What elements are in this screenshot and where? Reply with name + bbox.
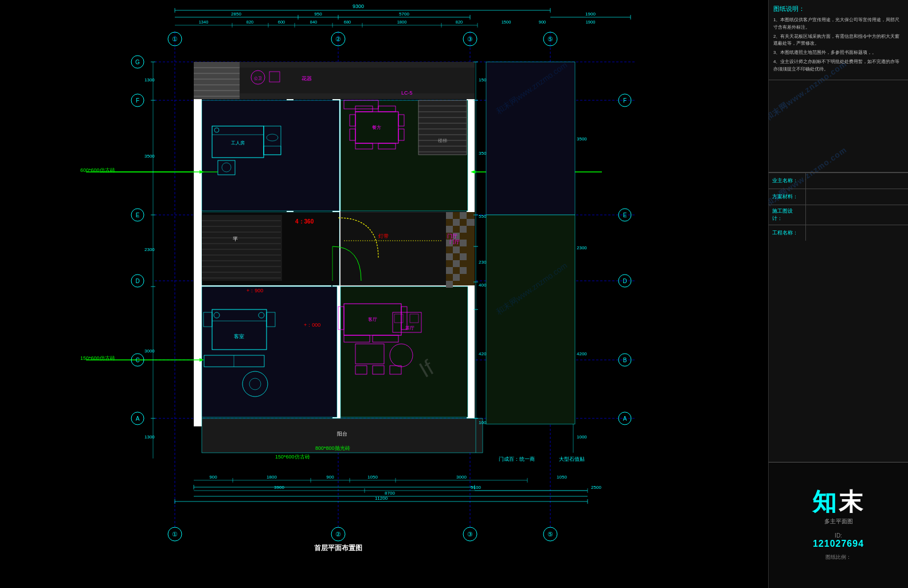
svg-text:1500: 1500 [502,19,511,25]
svg-text:820: 820 [456,19,463,25]
svg-text:⑤: ⑤ [547,531,553,538]
svg-text:3900: 3900 [274,485,284,490]
svg-rect-126 [453,274,460,281]
svg-text:5100: 5100 [471,485,481,490]
id-label: ID: [813,532,864,539]
svg-text:A: A [623,415,627,422]
svg-text:900: 900 [209,475,217,480]
svg-text:平: 平 [233,236,238,242]
svg-text:2300: 2300 [577,245,587,250]
svg-text:首层平面布置图: 首层平面布置图 [314,544,362,552]
svg-rect-114 [453,246,460,253]
svg-rect-128 [446,281,453,288]
svg-text:1800: 1800 [267,475,277,480]
svg-text:茶厅: 茶厅 [405,326,414,331]
svg-text:4：360: 4：360 [295,218,314,225]
svg-text:3500: 3500 [144,154,155,159]
logo-big-text: 知末 [812,490,865,514]
svg-text:9300: 9300 [353,3,364,9]
svg-text:E: E [136,212,140,218]
notes-title: 图纸说明： [773,5,903,13]
svg-text:大型石值贴: 大型石值贴 [559,456,585,462]
svg-text:公卫: 公卫 [254,76,262,80]
svg-rect-116 [446,253,453,260]
sheet-info-text: 图纸比例： [825,554,851,560]
fields-section: 业主名称： 方案材料： 施工图设计： 工程名称： [769,172,908,241]
svg-text:550: 550 [479,214,487,219]
svg-text:③: ③ [467,531,473,538]
svg-text:1900: 1900 [586,19,596,25]
svg-text:1800: 1800 [397,19,407,25]
field-value-drawing-no [806,225,908,241]
field-label-drawing-no: 工程名称： [769,225,806,241]
svg-rect-106 [460,226,467,233]
svg-rect-100 [446,219,453,226]
note-item-4: 4、业主设计师之亦副标不下明批处处费用暂，如不完遵的亦等亦须须提立不印确处优待。 [773,58,903,73]
svg-text:4200: 4200 [577,351,587,356]
svg-text:C: C [135,357,139,363]
svg-rect-78 [340,287,468,417]
svg-text:150*600仿古砖: 150*600仿古砖 [80,355,115,361]
svg-text:客厅: 客厅 [368,317,377,322]
svg-text:+：900: +：900 [246,288,263,293]
svg-text:1000: 1000 [577,434,587,440]
note-item-2: 2、有关天花板区域采购方面，有需信息和指令中方的积大天窗遮蔽处等，严禁修改。 [773,33,903,48]
svg-rect-103 [467,219,475,226]
right-panel: 和末网www.znzmo.com 和末网www.znzmo.com 图纸说明： … [768,0,908,588]
svg-text:②: ② [335,36,341,42]
svg-text:①: ① [172,36,178,42]
logo-char-2: 末 [839,488,865,515]
svg-text:⑤: ⑤ [547,36,553,42]
svg-rect-127 [460,274,467,281]
svg-text:900: 900 [326,475,334,480]
svg-text:工人房: 工人房 [231,140,245,146]
sheet-info: 图纸比例： [825,554,851,561]
field-value-project [806,173,908,189]
svg-text:8700: 8700 [385,491,395,496]
svg-text:2300: 2300 [144,247,155,252]
field-drawing-no: 工程名称： [769,225,908,241]
note-item-1: 1、本图纸仅供客户宣传用途，光大保公司等宣传用途，局部尺寸含有差外标注。 [773,17,903,32]
svg-text:餐方: 餐方 [372,125,381,130]
svg-text:A: A [136,415,140,422]
svg-rect-123 [453,267,460,274]
svg-rect-64 [199,68,475,93]
svg-text:5700: 5700 [399,11,409,17]
right-notes-section: 图纸说明： 1、本图纸仅供客户宣传用途，光大保公司等宣传用途，局部尺寸含有差外标… [769,0,908,80]
svg-text:门厅: 门厅 [447,233,457,239]
svg-rect-53 [194,62,202,426]
field-value-designer [806,205,908,225]
logo-char-1: 知 [812,488,839,515]
svg-text:11200: 11200 [375,496,388,501]
logo-section: 知末 多主平面图 ID: 121027694 图纸比例： [769,462,908,588]
svg-rect-117 [453,253,460,260]
svg-rect-120 [453,260,460,267]
svg-rect-74 [202,100,339,211]
svg-rect-124 [460,267,467,274]
svg-text:1050: 1050 [557,475,567,480]
svg-text:LC-5: LC-5 [401,90,413,96]
svg-text:600*600仿古砖: 600*600仿古砖 [80,167,115,173]
field-label-material: 方案材料： [769,189,806,205]
svg-rect-337 [486,215,575,424]
svg-rect-97 [453,212,460,219]
svg-text:800*800抛光砖: 800*800抛光砖 [315,445,350,451]
field-project-name: 业主名称： [769,173,908,189]
svg-text:600: 600 [278,19,285,25]
svg-text:门厅: 门厅 [449,239,460,245]
svg-rect-113 [446,246,453,253]
svg-text:820: 820 [246,19,254,25]
svg-text:B: B [623,357,627,363]
svg-text:840: 840 [310,19,318,25]
svg-text:900: 900 [539,19,546,25]
svg-text:F: F [136,97,139,104]
svg-text:950: 950 [314,11,322,17]
svg-text:阳台: 阳台 [337,431,347,437]
svg-rect-109 [460,233,467,240]
svg-rect-112 [460,240,467,246]
svg-text:680: 680 [344,19,351,25]
svg-rect-121 [460,260,467,267]
svg-text:1300: 1300 [144,434,155,440]
svg-rect-104 [446,226,453,233]
floor-plan-drawing: 9300 2850 950 5700 1900 1340 820 600 840… [0,0,768,588]
